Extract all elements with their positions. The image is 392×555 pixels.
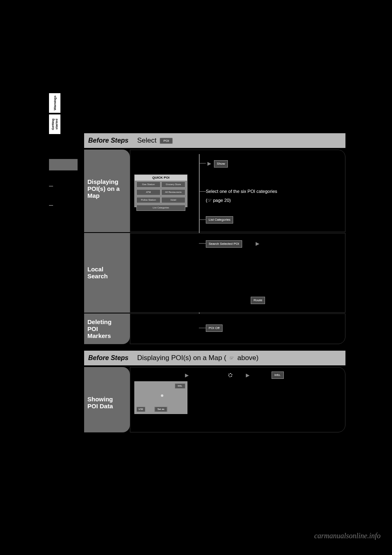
block2-title2: Search xyxy=(87,273,127,280)
poi-off-button[interactable]: POI Off xyxy=(206,324,223,332)
branch-route: Route xyxy=(251,297,341,304)
side-nav-active xyxy=(49,159,78,170)
before-steps-1: Before Steps Select POI xyxy=(84,133,345,148)
content: Before Steps Select POI Displaying POI(s… xyxy=(84,133,345,433)
block3-content: POI Off xyxy=(130,313,345,344)
side-tab-getting-started: Getting started xyxy=(49,114,60,134)
branch-line xyxy=(199,243,206,244)
side-nav-item: — xyxy=(49,199,78,210)
block3-title3: Markers xyxy=(87,332,127,339)
flow-right-1: ▶ Show Select one of the six POI categor… xyxy=(198,154,341,228)
block-local-search: Local Search Search Selected POI ▶ Route xyxy=(84,233,345,313)
flow-left-1: QUICK POI Gas Station Grocery Store ATM … xyxy=(134,154,198,228)
map-info-bar[interactable]: Info. xyxy=(175,383,185,389)
map-cursor-icon xyxy=(161,394,163,397)
arrow-icon: ▶ xyxy=(207,161,211,166)
show-button[interactable]: Show xyxy=(214,160,228,168)
desc2-post: above) xyxy=(237,354,258,362)
side-nav-item: — xyxy=(49,180,78,191)
side-nav: — — xyxy=(49,157,78,225)
branch-line xyxy=(199,163,206,163)
cat-text: Select one of the six POI categories xyxy=(206,189,277,194)
block4-content: ▶ ▶ Info. Info. Set as 1/32 xyxy=(130,367,345,432)
before-steps-2: Before Steps Displaying POI(s) on a Map … xyxy=(84,351,345,365)
arrow-icon: ▶ xyxy=(246,371,249,379)
branch-listcat: List Categories xyxy=(206,216,341,224)
cat-line2: (☞ page 20) xyxy=(206,197,341,204)
ss-btn-police[interactable]: Police Station xyxy=(136,197,160,203)
map-zoom: 1/32 xyxy=(136,407,145,412)
ss-btn-listcat[interactable]: List Categories xyxy=(136,205,185,211)
branch-category: Select one of the six POI categories (☞ … xyxy=(206,188,341,204)
block1-content: QUICK POI Gas Station Grocery Store ATM … xyxy=(130,150,345,232)
block4-title1: Showing xyxy=(87,396,127,403)
quick-poi-screenshot: QUICK POI Gas Station Grocery Store ATM … xyxy=(134,175,187,207)
branch-line xyxy=(199,328,206,328)
hand-icon: ☞ xyxy=(229,355,234,361)
before-steps-desc: Select POI xyxy=(137,137,173,145)
ss-btn-atm[interactable]: ATM xyxy=(136,189,160,195)
hand-icon: ☞ xyxy=(207,197,212,203)
flow-structure-2: Search Selected POI ▶ Route xyxy=(134,237,341,308)
block-show-poi-data: Showing POI Data ▶ ▶ Info. Info. Set as xyxy=(84,367,345,432)
side-nav-item xyxy=(49,219,78,225)
page: Warnings Getting started — — Before Step… xyxy=(0,0,392,555)
block2-content: Search Selected POI ▶ Route xyxy=(130,233,345,313)
flow-structure-3: POI Off xyxy=(134,318,341,336)
block4-title2: POI Data xyxy=(87,403,127,410)
target-icon xyxy=(228,373,232,377)
info-button[interactable]: Info. xyxy=(272,371,284,379)
block3-title2: POI xyxy=(87,325,127,332)
before-steps-desc2: Displaying POI(s) on a Map (☞ above) xyxy=(137,354,258,362)
block-display-poi-label: Displaying POI(s) on a Map xyxy=(84,150,130,232)
block1-title3: Map xyxy=(87,192,127,199)
watermark: carmanualsonline.info xyxy=(314,532,381,540)
side-tab-warnings: Warnings xyxy=(49,93,60,113)
branch-line xyxy=(199,219,206,220)
select-text: Select xyxy=(137,137,156,145)
block-show-poi-data-label: Showing POI Data xyxy=(84,367,130,432)
map-setas-button[interactable]: Set as xyxy=(154,407,167,412)
flow-left-2 xyxy=(134,237,198,308)
page-ref: page 20) xyxy=(213,198,231,203)
list-categories-button[interactable]: List Categories xyxy=(206,216,233,224)
arrow-icon: ▶ xyxy=(185,371,189,379)
ss-btn-grocery[interactable]: Grocery Store xyxy=(161,181,185,188)
search-selected-poi-button[interactable]: Search Selected POI xyxy=(206,240,242,248)
flow-structure-1: QUICK POI Gas Station Grocery Store ATM … xyxy=(134,154,341,228)
block1-title2: POI(s) on a xyxy=(87,185,127,192)
flow-left-3 xyxy=(134,318,198,336)
branch-poioff: POI Off xyxy=(206,324,341,332)
flow-right-3: POI Off xyxy=(198,318,341,336)
ss-btn-hotel[interactable]: Hotel xyxy=(161,197,185,203)
ss-btn-gas[interactable]: Gas Station xyxy=(136,181,160,188)
block-delete-poi-label: Deleting POI Markers xyxy=(84,313,130,344)
block2-title1: Local xyxy=(87,266,127,273)
branch-show: ▶ Show xyxy=(206,160,341,168)
block3-title1: Deleting xyxy=(87,318,127,325)
cat-line1: Select one of the six POI categories xyxy=(206,188,341,195)
map-screenshot: Info. Set as 1/32 xyxy=(134,381,187,414)
ss-title: QUICK POI xyxy=(135,175,187,181)
desc2-pre: Displaying POI(s) on a Map ( xyxy=(137,354,226,362)
poi-chip[interactable]: POI xyxy=(160,138,173,144)
block-delete-poi: Deleting POI Markers POI Off xyxy=(84,313,345,344)
branch-line xyxy=(199,191,206,192)
ss-btn-rest[interactable]: All Restaurants xyxy=(161,189,185,195)
block-display-poi: Displaying POI(s) on a Map QUICK POI Gas… xyxy=(84,150,345,232)
block-local-search-label: Local Search xyxy=(84,233,130,313)
flow-right-2: Search Selected POI ▶ Route xyxy=(198,237,341,308)
arrow-icon: ▶ xyxy=(256,241,259,246)
before-steps-label: Before Steps xyxy=(88,137,137,144)
branch-search: Search Selected POI ▶ xyxy=(206,240,341,248)
route-button[interactable]: Route xyxy=(251,297,265,304)
block1-title1: Displaying xyxy=(87,178,127,185)
before-steps-label2: Before Steps xyxy=(88,354,137,362)
side-tabs: Warnings Getting started xyxy=(49,93,65,136)
